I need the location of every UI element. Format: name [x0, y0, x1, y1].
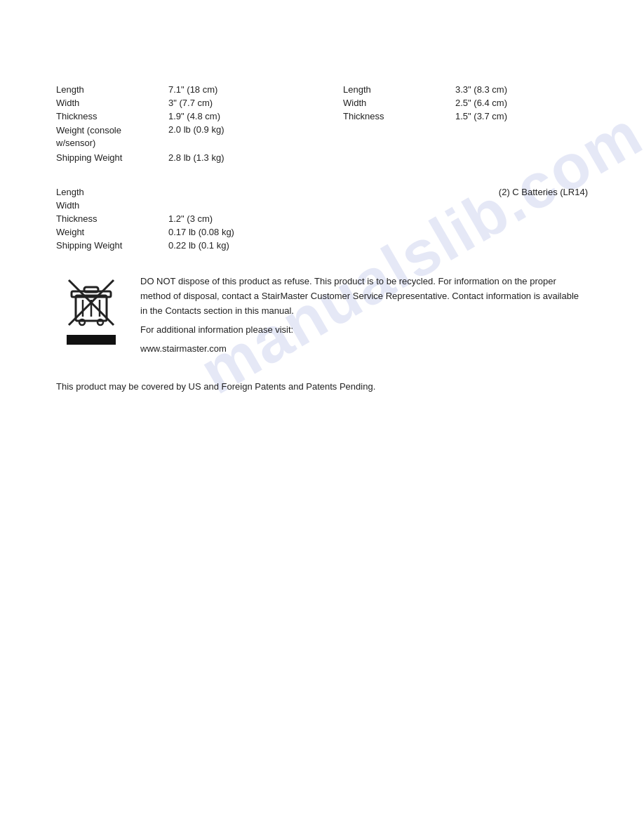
spec-label-width-2: Width: [343, 98, 455, 108]
recycling-bar: [67, 335, 116, 345]
svg-rect-2: [84, 287, 98, 292]
patents-section: This product may be covered by US and Fo…: [56, 381, 588, 392]
spec-item-thickness-3: Thickness 1.2" (3 cm): [56, 213, 301, 224]
spec-label-shipping-weight-1: Shipping Weight: [56, 152, 168, 163]
spec-value-length-2: 3.3" (8.3 cm): [455, 84, 507, 95]
spec-item-width-1: Width 3" (7.7 cm): [56, 98, 301, 108]
specs-col-1-left: Length 7.1" (18 cm) Width 3" (7.7 cm) Th…: [56, 84, 301, 166]
spec-value-thickness-1: 1.9" (4.8 cm): [168, 111, 220, 121]
spec-label-weight-console: Weight (consolew/sensor): [56, 124, 168, 150]
spec-item-shipping-weight-1: Shipping Weight 2.8 lb (1.3 kg): [56, 152, 301, 163]
spec-item-weight-console: Weight (consolew/sensor) 2.0 lb (0.9 kg): [56, 124, 301, 150]
specs-col-1-right: Length 3.3" (8.3 cm) Width 2.5" (6.4 cm)…: [343, 84, 588, 166]
svg-point-7: [98, 319, 103, 325]
recycling-paragraph-2: For additional information please visit:: [140, 323, 588, 338]
spec-item-length-1: Length 7.1" (18 cm): [56, 84, 301, 95]
spec-item-thickness-1: Thickness 1.9" (4.8 cm): [56, 111, 301, 121]
spec-item-shipping-weight-2: Shipping Weight 0.22 lb (0.1 kg): [56, 240, 301, 251]
spec-item-length-3: Length: [56, 187, 301, 197]
recycling-text-content: DO NOT dispose of this product as refuse…: [140, 274, 588, 360]
specs-section-2: Length Width Thickness 1.2" (3 cm) Weigh…: [56, 187, 588, 253]
specs-section-1: Length 7.1" (18 cm) Width 3" (7.7 cm) Th…: [56, 84, 588, 166]
svg-point-6: [79, 319, 85, 325]
spec-item-width-3: Width: [56, 200, 301, 211]
spec-label-weight-2: Weight: [56, 227, 168, 237]
spec-item-thickness-2: Thickness 1.5" (3.7 cm): [343, 111, 588, 121]
spec-value-width-2: 2.5" (6.4 cm): [455, 98, 507, 108]
spec-label-length-3: Length: [56, 187, 168, 197]
spec-item-width-2: Width 2.5" (6.4 cm): [343, 98, 588, 108]
spec-label-thickness-2: Thickness: [343, 111, 455, 121]
spec-value-length-1: 7.1" (18 cm): [168, 84, 217, 95]
spec-value-thickness-3: 1.2" (3 cm): [168, 213, 213, 224]
recycling-section: DO NOT dispose of this product as refuse…: [56, 274, 588, 360]
spec-value-shipping-weight-2: 0.22 lb (0.1 kg): [168, 240, 229, 251]
spec-label-thickness-1: Thickness: [56, 111, 168, 121]
spec-value-shipping-weight-1: 2.8 lb (1.3 kg): [168, 152, 224, 163]
spec-label-shipping-weight-2: Shipping Weight: [56, 240, 168, 251]
spec-label-length-2: Length: [343, 84, 455, 95]
spec-label-width-3: Width: [56, 200, 168, 211]
spec-value-weight-console: 2.0 lb (0.9 kg): [168, 124, 224, 150]
recycling-paragraph-1: DO NOT dispose of this product as refuse…: [140, 274, 588, 318]
battery-info: (2) C Batteries (LR14): [499, 187, 588, 253]
spec-label-length-1: Length: [56, 84, 168, 95]
spec-value-weight-2: 0.17 lb (0.08 kg): [168, 227, 234, 237]
recycling-url: www.stairmaster.com: [140, 342, 588, 357]
specs-col-2-left: Length Width Thickness 1.2" (3 cm) Weigh…: [56, 187, 301, 253]
spec-item-weight-2: Weight 0.17 lb (0.08 kg): [56, 227, 301, 237]
spec-label-thickness-3: Thickness: [56, 213, 168, 224]
spec-value-width-1: 3" (7.7 cm): [168, 98, 213, 108]
weee-recycling-icon: [63, 274, 119, 331]
spec-item-length-2: Length 3.3" (8.3 cm): [343, 84, 588, 95]
spec-label-width-1: Width: [56, 98, 168, 108]
recycling-icon-container: [56, 274, 126, 345]
spec-value-thickness-2: 1.5" (3.7 cm): [455, 111, 507, 121]
specs-col-2-right: (2) C Batteries (LR14): [343, 187, 588, 253]
patents-text: This product may be covered by US and Fo…: [56, 381, 588, 392]
